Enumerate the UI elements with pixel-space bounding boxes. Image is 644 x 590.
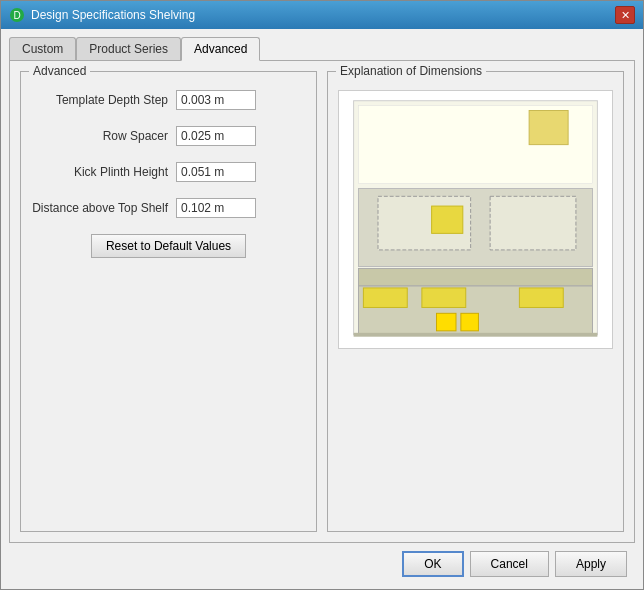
svg-rect-12 <box>363 288 407 308</box>
svg-rect-10 <box>359 268 593 286</box>
ok-button[interactable]: OK <box>402 551 463 577</box>
title-bar: D Design Specifications Shelving ✕ <box>1 1 643 29</box>
row-spacer-label: Row Spacer <box>31 129 176 143</box>
shelving-diagram <box>339 91 612 345</box>
right-panel: Explanation of Dimensions <box>327 71 624 532</box>
close-button[interactable]: ✕ <box>615 6 635 24</box>
tab-product-series[interactable]: Product Series <box>76 37 181 61</box>
tab-custom[interactable]: Custom <box>9 37 76 61</box>
left-panel: Advanced Template Depth Step Row Spacer … <box>20 71 317 532</box>
kick-plinth-label: Kick Plinth Height <box>31 165 176 179</box>
advanced-group-label: Advanced <box>29 64 90 78</box>
field-row-kick-plinth: Kick Plinth Height <box>31 162 306 182</box>
tab-bar: Custom Product Series Advanced <box>9 37 635 61</box>
row-spacer-input[interactable] <box>176 126 256 146</box>
svg-rect-5 <box>529 111 568 145</box>
field-row-row-spacer: Row Spacer <box>31 126 306 146</box>
svg-rect-9 <box>490 196 576 250</box>
svg-rect-15 <box>437 313 457 331</box>
field-row-distance-top-shelf: Distance above Top Shelf <box>31 198 306 218</box>
title-bar-left: D Design Specifications Shelving <box>9 7 195 23</box>
content-area: Custom Product Series Advanced Advanced … <box>1 29 643 589</box>
app-icon: D <box>9 7 25 23</box>
kick-plinth-input[interactable] <box>176 162 256 182</box>
main-window: D Design Specifications Shelving ✕ Custo… <box>0 0 644 590</box>
cancel-button[interactable]: Cancel <box>470 551 549 577</box>
diagram-box <box>338 90 613 349</box>
svg-rect-13 <box>422 288 466 308</box>
distance-top-shelf-input[interactable] <box>176 198 256 218</box>
template-depth-input[interactable] <box>176 90 256 110</box>
distance-top-shelf-label: Distance above Top Shelf <box>31 201 176 215</box>
svg-rect-8 <box>432 206 463 233</box>
apply-button[interactable]: Apply <box>555 551 627 577</box>
field-row-template-depth: Template Depth Step <box>31 90 306 110</box>
template-depth-label: Template Depth Step <box>31 93 176 107</box>
tab-content-advanced: Advanced Template Depth Step Row Spacer … <box>9 60 635 543</box>
window-title: Design Specifications Shelving <box>31 8 195 22</box>
explanation-group-label: Explanation of Dimensions <box>336 64 486 78</box>
tab-advanced[interactable]: Advanced <box>181 37 260 61</box>
svg-rect-17 <box>354 333 598 337</box>
advanced-group-box: Advanced Template Depth Step Row Spacer … <box>20 71 317 532</box>
svg-rect-16 <box>461 313 479 331</box>
explanation-group-box: Explanation of Dimensions <box>327 71 624 532</box>
reset-defaults-button[interactable]: Reset to Default Values <box>91 234 246 258</box>
svg-text:D: D <box>13 10 20 21</box>
bottom-buttons: OK Cancel Apply <box>9 543 635 581</box>
svg-rect-14 <box>519 288 563 308</box>
